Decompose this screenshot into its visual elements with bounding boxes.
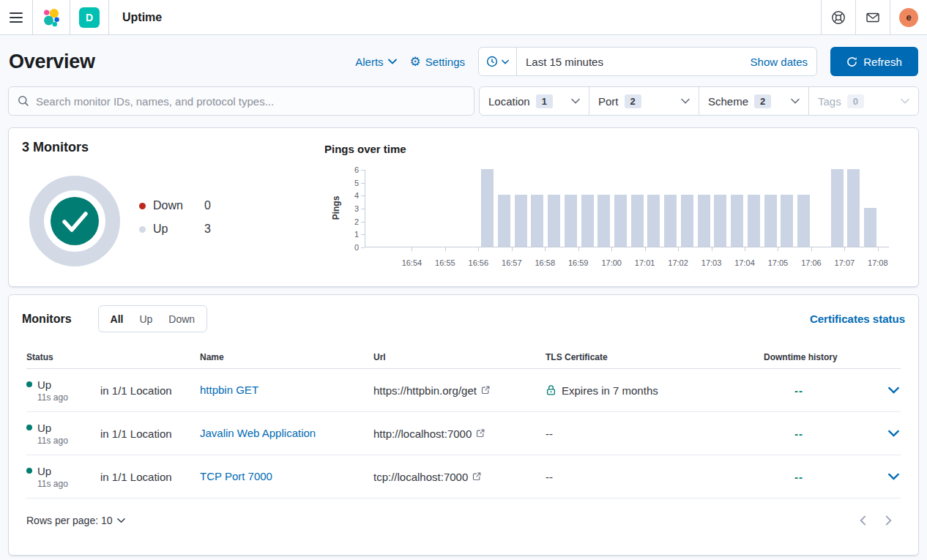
col-downtime: Downtime history <box>764 352 888 368</box>
filter-tags[interactable]: Tags 0 <box>809 87 918 115</box>
next-page-button[interactable] <box>885 515 892 526</box>
show-dates-button[interactable]: Show dates <box>751 56 816 68</box>
chevron-left-icon <box>860 515 866 526</box>
monitor-name-link[interactable]: Javalin Web Application <box>200 427 316 439</box>
ping-bar <box>664 195 677 247</box>
y-tick-label: 1 <box>324 230 359 239</box>
external-link-icon[interactable] <box>481 386 490 395</box>
user-menu-button[interactable]: e <box>890 0 927 34</box>
expand-row-button[interactable] <box>888 430 902 437</box>
search-input[interactable] <box>36 95 465 108</box>
ping-bar <box>864 208 876 247</box>
hamburger-icon <box>9 10 23 25</box>
status-donut-chart <box>29 176 120 266</box>
location-text: in 1/1 Location <box>100 384 200 397</box>
chart-title: Pings over time <box>324 143 406 155</box>
ping-bar <box>714 195 726 247</box>
chevron-down-icon <box>388 59 397 64</box>
x-tick-label: 16:54 <box>402 258 422 267</box>
prev-page-button[interactable] <box>860 515 866 526</box>
alerts-label: Alerts <box>355 56 383 68</box>
chart-plot-area <box>365 170 889 247</box>
rows-per-page-label: Rows per page: 10 <box>26 515 113 526</box>
newsfeed-button[interactable] <box>856 0 890 34</box>
expand-row-button[interactable] <box>888 387 902 394</box>
chevron-down-icon <box>571 98 580 104</box>
filter-label: Port <box>598 95 619 108</box>
refresh-label: Refresh <box>863 56 902 68</box>
tab-up[interactable]: Up <box>139 313 152 325</box>
ping-bar <box>548 195 560 247</box>
elastic-logo[interactable] <box>33 0 70 34</box>
date-range-value[interactable]: Last 15 minutes <box>517 56 751 68</box>
ping-bar <box>847 169 860 247</box>
ping-bar <box>631 195 644 247</box>
space-badge: D <box>79 7 100 28</box>
tls-expiry-text[interactable]: Expires in 7 months <box>562 384 658 397</box>
up-status-dot <box>26 381 32 387</box>
x-tick-label: 17:02 <box>668 258 688 267</box>
tab-down[interactable]: Down <box>168 313 195 325</box>
x-tick-label: 16:55 <box>435 258 455 267</box>
col-name: Name <box>200 352 373 368</box>
status-filter-tabs: All Up Down <box>98 305 208 332</box>
status-legend: Down 0 Up 3 <box>139 199 226 236</box>
rows-per-page-button[interactable]: Rows per page: 10 <box>26 515 125 526</box>
col-status: Status <box>26 352 100 368</box>
external-link-icon[interactable] <box>476 429 485 438</box>
ping-bar <box>515 195 527 247</box>
x-tick-label: 16:56 <box>469 258 489 267</box>
ping-bar <box>831 169 844 247</box>
filter-location[interactable]: Location 1 <box>480 87 589 115</box>
y-tick-label: 5 <box>324 179 359 187</box>
settings-button[interactable]: ⚙ Settings <box>410 56 465 68</box>
page-title: Overview <box>9 51 95 73</box>
help-button[interactable] <box>822 0 855 34</box>
nav-menu-button[interactable] <box>0 0 32 34</box>
downtime-history: -- <box>764 384 888 397</box>
pings-over-time-chart: Pings over time Pings 012345616:5416:551… <box>316 140 911 283</box>
ping-bar <box>647 195 660 247</box>
legend-value: 3 <box>204 223 226 236</box>
external-link-icon[interactable] <box>472 472 481 481</box>
chevron-down-icon <box>888 387 899 394</box>
monitor-name-link[interactable]: httpbin GET <box>200 384 258 396</box>
ping-bar <box>498 195 510 247</box>
ping-bar <box>764 195 777 247</box>
location-text: in 1/1 Location <box>100 428 200 440</box>
space-selector[interactable]: D <box>70 0 108 34</box>
filter-label: Scheme <box>708 95 748 108</box>
quick-select-button[interactable] <box>479 48 517 75</box>
filter-label: Location <box>488 95 530 108</box>
tab-all[interactable]: All <box>111 313 124 325</box>
filter-count-badge: 2 <box>625 94 641 108</box>
monitors-table: Status Name Url TLS Certificate Downtime… <box>26 352 901 499</box>
refresh-icon <box>846 56 857 67</box>
x-tick-label: 17:05 <box>768 258 789 267</box>
legend-label: Down <box>153 199 204 212</box>
table-row: Up 11s ago in 1/1 Location httpbin GET h… <box>26 369 901 412</box>
legend-row-up: Up 3 <box>139 223 226 236</box>
ping-bar <box>781 195 793 247</box>
x-tick-label: 17:04 <box>734 258 755 267</box>
chevron-down-icon <box>502 59 509 64</box>
ping-bar <box>481 169 494 247</box>
alerts-dropdown[interactable]: Alerts <box>355 56 396 68</box>
col-url: Url <box>373 352 546 368</box>
location-text: in 1/1 Location <box>100 471 200 483</box>
ping-bar <box>797 195 810 247</box>
down-dot <box>139 203 146 209</box>
ping-bar <box>597 195 610 247</box>
status-text: Up <box>37 422 51 434</box>
expand-row-button[interactable] <box>888 473 902 480</box>
certificates-status-link[interactable]: Certificates status <box>810 313 905 325</box>
tls-expiry-text: -- <box>546 428 553 440</box>
legend-label: Up <box>153 223 204 236</box>
monitors-heading: Monitors <box>22 313 72 326</box>
refresh-button[interactable]: Refresh <box>830 47 918 76</box>
filter-scheme[interactable]: Scheme 2 <box>699 87 809 115</box>
y-tick-label: 0 <box>324 243 359 252</box>
x-tick-label: 17:08 <box>868 258 888 267</box>
filter-port[interactable]: Port 2 <box>589 87 699 115</box>
monitor-name-link[interactable]: TCP Port 7000 <box>200 470 272 482</box>
